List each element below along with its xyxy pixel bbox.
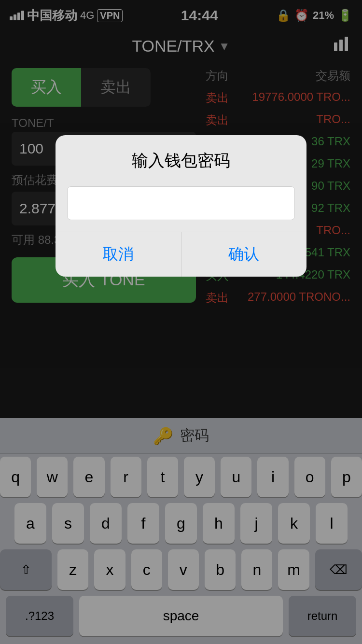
password-input[interactable] bbox=[67, 186, 295, 220]
dialog-title: 输入钱包密码 bbox=[56, 135, 306, 182]
confirm-button[interactable]: 确认 bbox=[181, 232, 307, 277]
cancel-button[interactable]: 取消 bbox=[56, 232, 181, 277]
wallet-password-dialog: 输入钱包密码 取消 确认 bbox=[56, 135, 306, 277]
dialog-input-wrap bbox=[56, 182, 306, 232]
dialog-buttons: 取消 确认 bbox=[56, 232, 306, 277]
dialog-overlay: 输入钱包密码 取消 确认 bbox=[0, 0, 362, 644]
